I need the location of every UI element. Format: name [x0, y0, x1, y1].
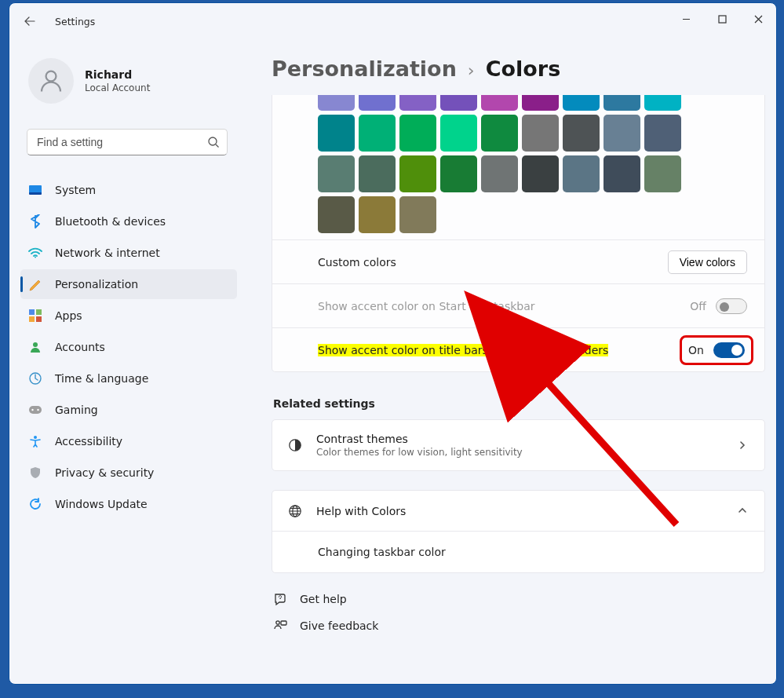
nav-label: Bluetooth & devices: [55, 215, 166, 228]
color-swatch[interactable]: [399, 95, 436, 111]
feedback-icon: [273, 619, 287, 633]
highlight-box: On: [680, 335, 753, 365]
help-panel-header[interactable]: Help with Colors: [272, 491, 764, 531]
bluetooth-icon: [28, 214, 42, 228]
accent-start-taskbar-row: Show accent color on Start and taskbar O…: [272, 283, 764, 327]
color-swatch[interactable]: [359, 155, 396, 192]
color-swatch[interactable]: [563, 95, 600, 111]
accent-titlebars-toggle[interactable]: [713, 342, 745, 358]
update-icon: [28, 497, 42, 511]
svg-rect-8: [29, 316, 35, 322]
color-swatch[interactable]: [644, 95, 681, 111]
shield-icon: [28, 466, 42, 480]
globe-clock-icon: [28, 371, 42, 386]
color-swatch[interactable]: [603, 115, 640, 152]
svg-rect-0: [719, 16, 726, 23]
color-swatch[interactable]: [522, 155, 559, 192]
row-label: Custom colors: [318, 256, 396, 269]
nav-accounts[interactable]: Accounts: [20, 332, 237, 362]
color-swatch-grid: [272, 95, 764, 239]
breadcrumb: Personalization › Colors: [272, 57, 765, 81]
gaming-icon: [28, 403, 42, 417]
color-swatch[interactable]: [603, 95, 640, 111]
nav-gaming[interactable]: Gaming: [20, 395, 237, 425]
main-content: Personalization › Colors Custom colors V…: [245, 39, 776, 684]
profile-block[interactable]: Richard Local Account: [9, 39, 245, 104]
nav-label: Apps: [55, 309, 82, 322]
contrast-themes-panel[interactable]: Contrast themes Color themes for low vis…: [272, 419, 765, 471]
color-swatch[interactable]: [399, 115, 436, 152]
color-swatch[interactable]: [481, 115, 518, 152]
color-swatch[interactable]: [318, 196, 355, 233]
close-button[interactable]: [740, 3, 776, 35]
color-swatch[interactable]: [440, 115, 477, 152]
give-feedback-link[interactable]: Give feedback: [273, 612, 765, 639]
search-input[interactable]: [27, 129, 228, 155]
chevron-right-icon: [738, 438, 747, 453]
color-swatch[interactable]: [318, 115, 355, 152]
sidebar: Richard Local Account System Bluetooth &…: [9, 39, 245, 684]
accent-start-taskbar-toggle: [716, 298, 747, 314]
color-swatch[interactable]: [440, 155, 477, 192]
color-swatch[interactable]: [644, 115, 681, 152]
toggle-state-text: On: [688, 344, 704, 356]
svg-rect-4: [29, 192, 42, 195]
avatar: [28, 58, 74, 104]
nav-network[interactable]: Network & internet: [20, 238, 237, 268]
nav-accessibility[interactable]: Accessibility: [20, 426, 237, 456]
nav-apps[interactable]: Apps: [20, 301, 237, 331]
nav-label: Personalization: [55, 278, 138, 291]
profile-sub: Local Account: [85, 82, 150, 93]
nav-label: Network & internet: [55, 247, 160, 259]
svg-point-2: [209, 137, 217, 145]
system-icon: [28, 183, 42, 197]
maximize-button[interactable]: [704, 3, 740, 35]
nav-privacy[interactable]: Privacy & security: [20, 458, 237, 488]
titlebar: Settings: [9, 3, 776, 39]
nav-label: Windows Update: [55, 498, 148, 510]
nav-bluetooth[interactable]: Bluetooth & devices: [20, 206, 237, 236]
nav-windows-update[interactable]: Windows Update: [20, 489, 237, 519]
color-swatch[interactable]: [603, 155, 640, 192]
toggle-state-text: Off: [690, 300, 706, 312]
color-swatch[interactable]: [522, 115, 559, 152]
color-swatch[interactable]: [399, 196, 436, 233]
nav-label: Accounts: [55, 341, 105, 353]
back-button[interactable]: [16, 7, 44, 35]
color-swatch[interactable]: [563, 115, 600, 152]
nav-time-language[interactable]: Time & language: [20, 364, 237, 393]
color-swatch[interactable]: [359, 95, 396, 111]
color-swatch[interactable]: [481, 95, 518, 111]
color-swatch[interactable]: [644, 155, 681, 192]
view-colors-button[interactable]: View colors: [668, 250, 747, 274]
color-swatch[interactable]: [359, 115, 396, 152]
color-swatch[interactable]: [563, 155, 600, 192]
color-swatch[interactable]: [318, 155, 355, 192]
svg-rect-12: [29, 406, 42, 414]
back-arrow-icon: [24, 15, 36, 27]
custom-colors-row: Custom colors View colors: [272, 239, 764, 283]
color-swatch[interactable]: [481, 155, 518, 192]
nav-system[interactable]: System: [20, 175, 237, 205]
svg-rect-21: [281, 621, 286, 625]
nav-personalization[interactable]: Personalization: [20, 269, 237, 299]
get-help-link[interactable]: Get help: [273, 586, 765, 612]
chevron-up-icon: [738, 503, 747, 518]
help-sub-link[interactable]: Changing taskbar color: [272, 531, 764, 572]
color-swatch[interactable]: [318, 95, 355, 111]
globe-icon: [288, 504, 302, 518]
color-swatch[interactable]: [522, 95, 559, 111]
svg-rect-6: [29, 309, 35, 315]
minimize-button[interactable]: [668, 3, 704, 35]
accessibility-icon: [28, 434, 42, 448]
accounts-icon: [28, 340, 42, 354]
breadcrumb-parent[interactable]: Personalization: [272, 57, 457, 81]
help-icon: [273, 592, 287, 606]
color-swatch[interactable]: [440, 95, 477, 111]
panel-title: Help with Colors: [316, 505, 406, 517]
svg-rect-9: [36, 316, 42, 322]
svg-point-1: [46, 71, 57, 82]
color-swatch[interactable]: [359, 196, 396, 233]
nav-list: System Bluetooth & devices Network & int…: [9, 174, 245, 520]
color-swatch[interactable]: [399, 155, 436, 192]
